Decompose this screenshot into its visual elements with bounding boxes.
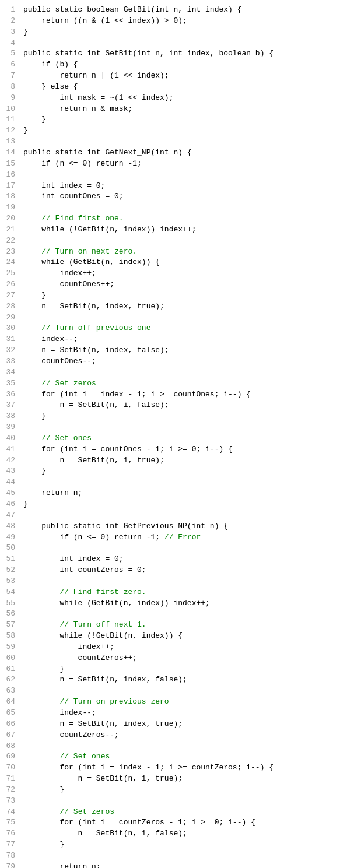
line-content: countOnes++; [21,279,347,290]
line-number: 10 [0,104,21,115]
line-number: 14 [0,147,21,159]
line-content: countZeros--; [21,730,347,741]
line-number: 74 [0,807,21,818]
line-number: 73 [0,796,21,807]
code-line: 48 public static int GetPrevious_NP(int … [0,521,347,532]
code-line: 49 if (n <= 0) return -1; // Error [0,532,347,543]
code-line: 38 } [0,411,347,422]
line-content: while (GetBit(n, index)) index++; [21,598,347,609]
line-number: 41 [0,444,21,455]
line-number: 60 [0,653,21,664]
line-content: } [21,499,347,510]
code-line: 22 [0,236,347,247]
line-number: 61 [0,664,21,675]
line-number: 30 [0,323,21,334]
code-line: 76 n = SetBit(n, i, false); [0,828,347,839]
code-line: 25 index++; [0,268,347,279]
line-content: if (b) { [21,59,347,71]
line-content: // Set zeros [21,378,347,389]
line-number: 56 [0,609,21,620]
line-number: 22 [0,236,21,247]
line-number: 24 [0,257,21,268]
line-number: 17 [0,181,21,192]
code-line: 46} [0,499,347,510]
code-line: 56 [0,609,347,620]
code-line: 39 [0,422,347,433]
line-content: n = SetBit(n, i, true); [21,774,347,785]
line-content: } [21,27,347,38]
line-number: 39 [0,422,21,433]
code-line: 64 // Turn on previous zero [0,697,347,708]
line-number: 51 [0,554,21,565]
line-content: } [21,411,347,422]
code-line: 77 } [0,839,347,851]
code-line: 60 countZeros++; [0,653,347,664]
line-number: 52 [0,565,21,576]
code-line: 73 [0,796,347,807]
code-line: 30 // Turn off previous one [0,323,347,334]
line-number: 46 [0,499,21,510]
code-line: 72 } [0,785,347,796]
line-number: 35 [0,378,21,389]
line-number: 36 [0,389,21,400]
line-number: 6 [0,59,21,71]
code-line: 10 return n & mask; [0,104,347,115]
code-line: 68 [0,741,347,752]
code-line: 52 int countZeros = 0; [0,565,347,576]
line-content: int index = 0; [21,181,347,192]
line-content: // Set ones [21,751,347,762]
code-line: 43 } [0,466,347,477]
line-content: } [21,664,347,675]
line-number: 57 [0,620,21,631]
line-content: } else { [21,82,347,93]
line-content: int mask = ~(1 << index); [21,93,347,104]
code-line: 3} [0,27,347,38]
line-content: n = SetBit(n, index, true); [21,301,347,312]
line-content: // Set ones [21,433,347,444]
line-content: } [21,114,347,125]
code-line: 71 n = SetBit(n, i, true); [0,774,347,785]
code-line: 1public static boolean GetBit(int n, int… [0,5,347,16]
line-number: 76 [0,828,21,839]
code-line: 17 int index = 0; [0,181,347,192]
line-content: public static int GetPrevious_NP(int n) … [21,521,347,532]
line-content: index++; [21,642,347,653]
line-number: 45 [0,488,21,499]
code-line: 44 [0,477,347,488]
code-line: 14public static int GetNext_NP(int n) { [0,147,347,159]
line-number: 25 [0,268,21,279]
line-content: n = SetBit(n, i, false); [21,828,347,839]
code-line: 21 while (!GetBit(n, index)) index++; [0,224,347,236]
code-line: 23 // Turn on next zero. [0,247,347,258]
line-number: 67 [0,730,21,741]
line-number: 18 [0,191,21,202]
line-number: 50 [0,543,21,554]
line-content: public static boolean GetBit(int n, int … [21,5,347,16]
line-number: 54 [0,587,21,598]
line-content: return n; [21,488,347,499]
line-number: 34 [0,367,21,378]
line-number: 15 [0,159,21,170]
line-number: 43 [0,466,21,477]
code-line: 58 while (!GetBit(n, index)) { [0,631,347,642]
code-line: 18 int countOnes = 0; [0,191,347,202]
line-number: 70 [0,762,21,774]
line-number: 48 [0,521,21,532]
line-number: 9 [0,93,21,104]
line-number: 49 [0,532,21,543]
line-content: int countZeros = 0; [21,565,347,576]
line-content: } [21,125,347,136]
code-line: 20 // Find first one. [0,213,347,224]
line-content: while (GetBit(n, index)) { [21,257,347,268]
line-number: 78 [0,851,21,862]
line-content: if (n <= 0) return -1; [21,159,347,170]
code-line: 79 return n; [0,862,347,868]
line-content: public static int GetNext_NP(int n) { [21,147,347,159]
line-number: 13 [0,136,21,147]
code-line: 9 int mask = ~(1 << index); [0,93,347,104]
code-line: 35 // Set zeros [0,378,347,389]
line-content: if (n <= 0) return -1; // Error [21,532,347,543]
line-content: n = SetBit(n, index, true); [21,719,347,730]
line-content: countOnes--; [21,356,347,367]
line-content: public static int SetBit(int n, int inde… [21,48,347,59]
